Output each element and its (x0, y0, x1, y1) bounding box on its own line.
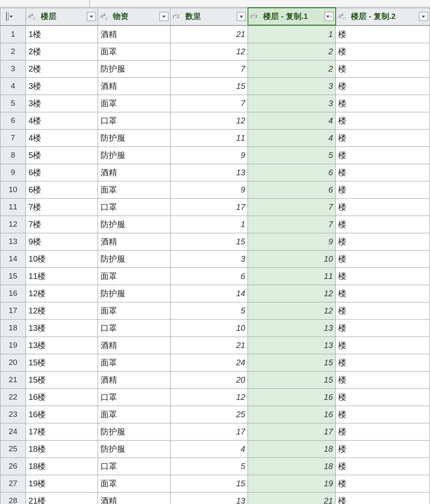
cell-楼层[interactable]: 4楼 (26, 129, 98, 146)
cell-物资[interactable]: 面罩 (98, 475, 170, 492)
cell-物资[interactable]: 面罩 (98, 354, 170, 371)
row-number[interactable]: 22 (0, 388, 26, 406)
cell-楼层[interactable]: 3楼 (26, 77, 98, 95)
cell-楼层[interactable]: 13楼 (26, 337, 98, 354)
cell-楼层复制2[interactable]: 楼 (336, 233, 430, 250)
cell-楼层复制2[interactable]: 楼 (336, 337, 430, 354)
cell-楼层复制2[interactable]: 楼 (336, 475, 430, 492)
cell-楼层复制1[interactable]: 18 (248, 440, 336, 458)
cell-楼层复制1[interactable]: 12 (248, 285, 336, 302)
cell-楼层复制2[interactable]: 楼 (336, 60, 430, 77)
cell-楼层[interactable]: 12楼 (26, 285, 98, 302)
cell-楼层[interactable]: 4楼 (26, 112, 98, 129)
cell-楼层[interactable]: 13楼 (26, 319, 98, 337)
cell-楼层复制2[interactable]: 楼 (336, 440, 430, 458)
cell-物资[interactable]: 防护服 (98, 423, 170, 440)
cell-楼层复制1[interactable]: 10 (248, 250, 336, 267)
cell-物资[interactable]: 防护服 (98, 285, 170, 302)
cell-数里[interactable]: 1 (170, 216, 248, 233)
cell-楼层复制1[interactable]: 7 (248, 198, 336, 216)
cell-楼层[interactable]: 21楼 (26, 492, 98, 504)
cell-物资[interactable]: 酒精 (98, 371, 170, 388)
cell-数里[interactable]: 21 (170, 26, 248, 43)
cell-楼层复制2[interactable]: 楼 (336, 26, 430, 43)
cell-楼层[interactable]: 6楼 (26, 164, 98, 181)
cell-楼层复制2[interactable]: 楼 (336, 95, 430, 112)
cell-楼层复制2[interactable]: 楼 (336, 164, 430, 181)
cell-楼层[interactable]: 15楼 (26, 371, 98, 388)
cell-楼层复制1[interactable]: 5 (248, 146, 336, 164)
column-header-物资[interactable]: ABC 物资 (98, 8, 170, 25)
cell-数里[interactable]: 13 (170, 164, 248, 181)
cell-数里[interactable]: 13 (170, 492, 248, 504)
cell-楼层复制2[interactable]: 楼 (336, 129, 430, 146)
cell-物资[interactable]: 防护服 (98, 250, 170, 267)
row-number[interactable]: 13 (0, 233, 26, 250)
cell-楼层复制2[interactable]: 楼 (336, 302, 430, 319)
cell-楼层[interactable]: 18楼 (26, 458, 98, 475)
cell-物资[interactable]: 酒精 (98, 337, 170, 354)
cell-数里[interactable]: 12 (170, 112, 248, 129)
cell-楼层复制1[interactable]: 4 (248, 129, 336, 146)
row-number[interactable]: 7 (0, 129, 26, 146)
cell-楼层复制2[interactable]: 楼 (336, 492, 430, 504)
cell-楼层[interactable]: 10楼 (26, 250, 98, 267)
cell-数里[interactable]: 21 (170, 337, 248, 354)
cell-物资[interactable]: 防护服 (98, 129, 170, 146)
cell-数里[interactable]: 7 (170, 60, 248, 77)
row-number[interactable]: 20 (0, 354, 26, 371)
cell-楼层复制1[interactable]: 16 (248, 406, 336, 423)
row-number[interactable]: 3 (0, 60, 26, 77)
cell-物资[interactable]: 口罩 (98, 388, 170, 406)
cell-数里[interactable]: 9 (170, 146, 248, 164)
cell-物资[interactable]: 酒精 (98, 26, 170, 43)
row-number[interactable]: 16 (0, 285, 26, 302)
row-number[interactable]: 25 (0, 440, 26, 458)
cell-楼层复制2[interactable]: 楼 (336, 112, 430, 129)
cell-楼层复制2[interactable]: 楼 (336, 285, 430, 302)
cell-楼层复制1[interactable]: 15 (248, 371, 336, 388)
cell-楼层复制2[interactable]: 楼 (336, 458, 430, 475)
cell-楼层复制1[interactable]: 19 (248, 475, 336, 492)
filter-dropdown-button[interactable] (159, 12, 168, 21)
cell-数里[interactable]: 3 (170, 250, 248, 267)
cell-楼层[interactable]: 3楼 (26, 95, 98, 112)
filter-dropdown-button[interactable]: ↑ (325, 12, 334, 21)
cell-楼层[interactable]: 19楼 (26, 475, 98, 492)
cell-楼层复制2[interactable]: 楼 (336, 371, 430, 388)
cell-楼层[interactable]: 9楼 (26, 233, 98, 250)
cell-楼层[interactable]: 2楼 (26, 43, 98, 60)
cell-物资[interactable]: 口罩 (98, 458, 170, 475)
cell-数里[interactable]: 9 (170, 181, 248, 198)
cell-楼层[interactable]: 11楼 (26, 267, 98, 285)
cell-楼层复制2[interactable]: 楼 (336, 354, 430, 371)
row-number[interactable]: 21 (0, 371, 26, 388)
cell-楼层复制1[interactable]: 7 (248, 216, 336, 233)
cell-物资[interactable]: 面罩 (98, 406, 170, 423)
row-number[interactable]: 14 (0, 250, 26, 267)
cell-楼层复制1[interactable]: 17 (248, 423, 336, 440)
filter-dropdown-button[interactable] (87, 12, 96, 21)
cell-楼层复制2[interactable]: 楼 (336, 77, 430, 95)
cell-楼层复制1[interactable]: 6 (248, 164, 336, 181)
row-number[interactable]: 24 (0, 423, 26, 440)
column-header-楼层复制2[interactable]: ABC 楼层 - 复制.2 (336, 8, 430, 25)
cell-楼层复制1[interactable]: 2 (248, 43, 336, 60)
row-number[interactable]: 23 (0, 406, 26, 423)
cell-楼层[interactable]: 17楼 (26, 423, 98, 440)
filter-dropdown-button[interactable] (237, 12, 246, 21)
filter-dropdown-button[interactable] (419, 12, 428, 21)
cell-楼层复制1[interactable]: 2 (248, 60, 336, 77)
cell-物资[interactable]: 防护服 (98, 216, 170, 233)
cell-数里[interactable]: 4 (170, 440, 248, 458)
row-number[interactable]: 12 (0, 216, 26, 233)
row-number[interactable]: 18 (0, 319, 26, 337)
cell-楼层复制1[interactable]: 12 (248, 302, 336, 319)
cell-楼层复制2[interactable]: 楼 (336, 406, 430, 423)
cell-数里[interactable]: 25 (170, 406, 248, 423)
cell-楼层复制2[interactable]: 楼 (336, 146, 430, 164)
row-number[interactable]: 17 (0, 302, 26, 319)
cell-物资[interactable]: 酒精 (98, 77, 170, 95)
cell-物资[interactable]: 面罩 (98, 181, 170, 198)
cell-数里[interactable]: 14 (170, 285, 248, 302)
